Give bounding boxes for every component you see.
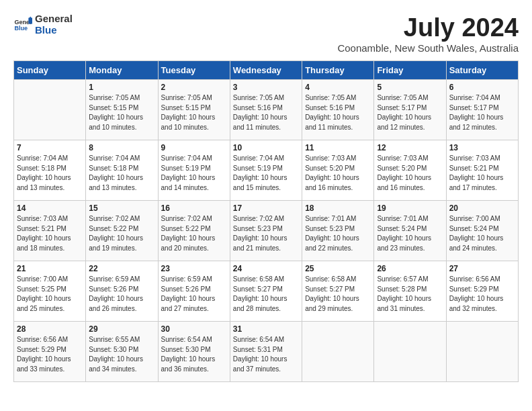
calendar-week-row: 7Sunrise: 7:04 AM Sunset: 5:18 PM Daylig…: [14, 140, 519, 201]
day-info: Sunrise: 7:04 AM Sunset: 5:18 PM Dayligh…: [89, 154, 154, 193]
day-info: Sunrise: 7:01 AM Sunset: 5:24 PM Dayligh…: [377, 214, 443, 253]
calendar-cell: [446, 322, 518, 382]
day-info: Sunrise: 6:55 AM Sunset: 5:30 PM Dayligh…: [89, 335, 154, 374]
day-number: 19: [377, 203, 443, 213]
day-number: 12: [377, 143, 443, 152]
day-number: 5: [377, 83, 443, 92]
day-info: Sunrise: 6:54 AM Sunset: 5:31 PM Dayligh…: [233, 335, 299, 374]
day-number: 18: [305, 203, 371, 213]
calendar-cell: 16Sunrise: 7:02 AM Sunset: 5:22 PM Dayli…: [158, 201, 230, 261]
calendar-week-row: 21Sunrise: 7:00 AM Sunset: 5:25 PM Dayli…: [14, 261, 519, 322]
weekday-header-cell: Friday: [374, 61, 446, 80]
day-number: 13: [449, 143, 515, 152]
day-info: Sunrise: 6:58 AM Sunset: 5:27 PM Dayligh…: [233, 275, 299, 314]
logo-general: General: [35, 13, 73, 25]
weekday-header-cell: Wednesday: [230, 61, 302, 80]
calendar-cell: 15Sunrise: 7:02 AM Sunset: 5:22 PM Dayli…: [86, 201, 158, 261]
day-number: 10: [233, 143, 299, 152]
day-info: Sunrise: 6:57 AM Sunset: 5:28 PM Dayligh…: [377, 275, 443, 314]
day-info: Sunrise: 6:58 AM Sunset: 5:27 PM Dayligh…: [305, 275, 371, 314]
calendar-table: SundayMondayTuesdayWednesdayThursdayFrid…: [13, 60, 519, 382]
day-number: 16: [161, 203, 227, 213]
day-number: 31: [233, 324, 299, 334]
calendar-week-row: 1Sunrise: 7:05 AM Sunset: 5:15 PM Daylig…: [14, 80, 519, 140]
calendar-cell: 28Sunrise: 6:56 AM Sunset: 5:29 PM Dayli…: [14, 322, 86, 382]
day-number: 27: [449, 264, 515, 273]
calendar-cell: [14, 80, 86, 140]
day-number: 29: [89, 324, 154, 334]
day-number: 26: [377, 264, 443, 273]
calendar-cell: 24Sunrise: 6:58 AM Sunset: 5:27 PM Dayli…: [230, 261, 302, 322]
day-number: 30: [161, 324, 227, 334]
day-info: Sunrise: 6:54 AM Sunset: 5:30 PM Dayligh…: [161, 335, 227, 374]
day-info: Sunrise: 7:05 AM Sunset: 5:16 PM Dayligh…: [233, 93, 299, 132]
calendar-week-row: 28Sunrise: 6:56 AM Sunset: 5:29 PM Dayli…: [14, 322, 519, 382]
calendar-cell: 31Sunrise: 6:54 AM Sunset: 5:31 PM Dayli…: [230, 322, 302, 382]
day-info: Sunrise: 7:01 AM Sunset: 5:23 PM Dayligh…: [305, 214, 371, 253]
calendar-cell: 8Sunrise: 7:04 AM Sunset: 5:18 PM Daylig…: [86, 140, 158, 201]
title-section: July 2024 Coonamble, New South Wales, Au…: [337, 13, 519, 54]
day-number: 9: [161, 143, 227, 152]
day-number: 24: [233, 264, 299, 273]
calendar-week-row: 14Sunrise: 7:03 AM Sunset: 5:21 PM Dayli…: [14, 201, 519, 261]
day-number: 22: [89, 264, 154, 273]
calendar-cell: 9Sunrise: 7:04 AM Sunset: 5:19 PM Daylig…: [158, 140, 230, 201]
calendar-cell: 2Sunrise: 7:05 AM Sunset: 5:15 PM Daylig…: [158, 80, 230, 140]
calendar-cell: 13Sunrise: 7:03 AM Sunset: 5:21 PM Dayli…: [446, 140, 518, 201]
day-info: Sunrise: 7:04 AM Sunset: 5:19 PM Dayligh…: [233, 154, 299, 193]
day-number: 20: [449, 203, 515, 213]
calendar-cell: 20Sunrise: 7:00 AM Sunset: 5:24 PM Dayli…: [446, 201, 518, 261]
day-number: 15: [89, 203, 154, 213]
day-info: Sunrise: 7:04 AM Sunset: 5:17 PM Dayligh…: [449, 93, 515, 132]
weekday-header-cell: Sunday: [14, 61, 86, 80]
calendar-cell: 23Sunrise: 6:59 AM Sunset: 5:26 PM Dayli…: [158, 261, 230, 322]
day-number: 4: [305, 83, 371, 92]
day-info: Sunrise: 7:02 AM Sunset: 5:22 PM Dayligh…: [89, 214, 154, 253]
day-info: Sunrise: 7:02 AM Sunset: 5:22 PM Dayligh…: [161, 214, 227, 253]
calendar-cell: 4Sunrise: 7:05 AM Sunset: 5:16 PM Daylig…: [302, 80, 374, 140]
calendar-cell: 12Sunrise: 7:03 AM Sunset: 5:20 PM Dayli…: [374, 140, 446, 201]
logo-blue: Blue: [35, 25, 73, 36]
weekday-header-cell: Thursday: [302, 61, 374, 80]
calendar-cell: 6Sunrise: 7:04 AM Sunset: 5:17 PM Daylig…: [446, 80, 518, 140]
day-info: Sunrise: 7:04 AM Sunset: 5:18 PM Dayligh…: [17, 154, 83, 193]
calendar-cell: 11Sunrise: 7:03 AM Sunset: 5:20 PM Dayli…: [302, 140, 374, 201]
day-number: 28: [17, 324, 83, 334]
day-info: Sunrise: 6:56 AM Sunset: 5:29 PM Dayligh…: [17, 335, 83, 374]
day-info: Sunrise: 7:05 AM Sunset: 5:15 PM Dayligh…: [89, 93, 154, 132]
calendar-cell: 3Sunrise: 7:05 AM Sunset: 5:16 PM Daylig…: [230, 80, 302, 140]
weekday-header-cell: Saturday: [446, 61, 518, 80]
day-info: Sunrise: 7:00 AM Sunset: 5:25 PM Dayligh…: [17, 275, 83, 314]
calendar-cell: 22Sunrise: 6:59 AM Sunset: 5:26 PM Dayli…: [86, 261, 158, 322]
day-info: Sunrise: 7:03 AM Sunset: 5:21 PM Dayligh…: [449, 154, 515, 193]
day-number: 3: [233, 83, 299, 92]
calendar-cell: 5Sunrise: 7:05 AM Sunset: 5:17 PM Daylig…: [374, 80, 446, 140]
logo-text-wrapper: General Blue: [35, 13, 73, 36]
day-number: 2: [161, 83, 227, 92]
day-info: Sunrise: 7:02 AM Sunset: 5:23 PM Dayligh…: [233, 214, 299, 253]
day-number: 17: [233, 203, 299, 213]
day-info: Sunrise: 7:03 AM Sunset: 5:20 PM Dayligh…: [377, 154, 443, 193]
day-info: Sunrise: 7:05 AM Sunset: 5:17 PM Dayligh…: [377, 93, 443, 132]
calendar-cell: 18Sunrise: 7:01 AM Sunset: 5:23 PM Dayli…: [302, 201, 374, 261]
calendar-cell: 30Sunrise: 6:54 AM Sunset: 5:30 PM Dayli…: [158, 322, 230, 382]
calendar-cell: 14Sunrise: 7:03 AM Sunset: 5:21 PM Dayli…: [14, 201, 86, 261]
calendar-cell: 19Sunrise: 7:01 AM Sunset: 5:24 PM Dayli…: [374, 201, 446, 261]
calendar-body: 1Sunrise: 7:05 AM Sunset: 5:15 PM Daylig…: [14, 80, 519, 382]
calendar-cell: 7Sunrise: 7:04 AM Sunset: 5:18 PM Daylig…: [14, 140, 86, 201]
day-number: 11: [305, 143, 371, 152]
day-number: 23: [161, 264, 227, 273]
day-info: Sunrise: 7:05 AM Sunset: 5:16 PM Dayligh…: [305, 93, 371, 132]
day-number: 6: [449, 83, 515, 92]
day-info: Sunrise: 7:00 AM Sunset: 5:24 PM Dayligh…: [449, 214, 515, 253]
weekday-header-row: SundayMondayTuesdayWednesdayThursdayFrid…: [14, 61, 519, 80]
calendar-cell: 17Sunrise: 7:02 AM Sunset: 5:23 PM Dayli…: [230, 201, 302, 261]
day-number: 8: [89, 143, 154, 152]
calendar-cell: 21Sunrise: 7:00 AM Sunset: 5:25 PM Dayli…: [14, 261, 86, 322]
calendar-cell: [302, 322, 374, 382]
page-title: July 2024: [337, 13, 519, 42]
page-subtitle: Coonamble, New South Wales, Australia: [337, 42, 519, 54]
svg-text:Blue: Blue: [14, 25, 28, 32]
calendar-cell: 29Sunrise: 6:55 AM Sunset: 5:30 PM Dayli…: [86, 322, 158, 382]
day-info: Sunrise: 7:04 AM Sunset: 5:19 PM Dayligh…: [161, 154, 227, 193]
